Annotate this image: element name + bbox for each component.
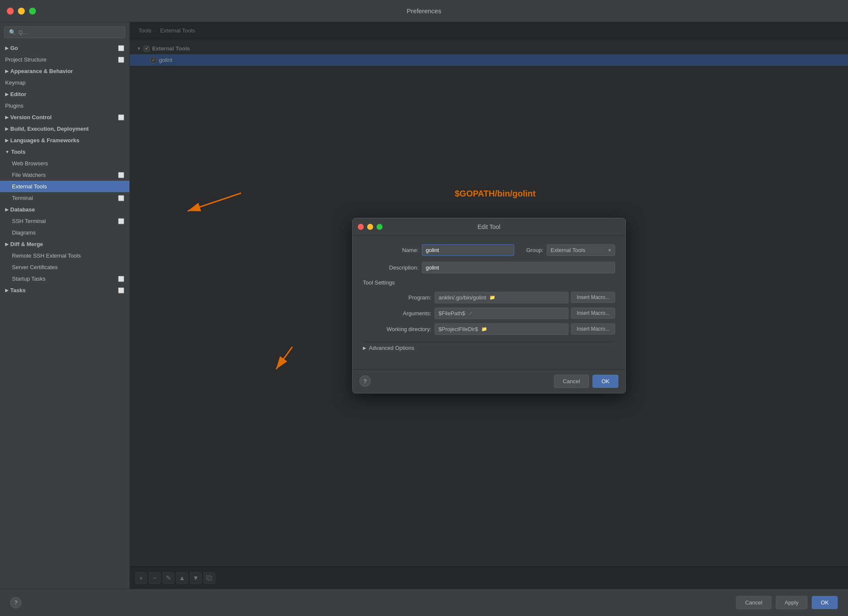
advanced-options-row[interactable]: ▶ Advanced Options — [363, 342, 615, 354]
copy-icon: ⬜ — [118, 276, 124, 282]
sidebar-item-plugins[interactable]: Plugins — [0, 100, 130, 111]
sidebar-item-database[interactable]: ▶ Database — [0, 204, 130, 215]
window-title: Preferences — [407, 7, 442, 15]
sidebar-item-label: Diff & Merge — [10, 241, 43, 247]
sidebar-item-label: Terminal — [12, 195, 33, 201]
modal-ok-button[interactable]: OK — [592, 375, 618, 388]
footer: ? Cancel Apply OK — [0, 589, 848, 616]
modal-footer: ? Cancel OK — [353, 369, 625, 393]
sidebar-item-label: Tasks — [10, 287, 26, 293]
sidebar: 🔍 ▶ Go ⬜ Project Structure ⬜ ▶ Appearanc… — [0, 22, 130, 589]
arguments-input-wrap: $FilePath$ ⤢ Insert Macro... — [435, 308, 615, 319]
working-dir-value: $ProjectFileDir$ — [439, 326, 478, 332]
chevron-right-icon: ▶ — [5, 46, 9, 50]
copy-icon: ⬜ — [118, 195, 124, 201]
edit-tool-modal: Edit Tool Name: Group: External Tools ▾ — [352, 218, 626, 393]
sidebar-item-label: Languages & Frameworks — [10, 137, 80, 144]
sidebar-item-editor[interactable]: ▶ Editor — [0, 88, 130, 100]
chevron-right-icon: ▶ — [5, 288, 9, 293]
help-button[interactable]: ? — [10, 597, 21, 608]
sidebar-item-label: Startup Tasks — [12, 276, 46, 282]
sidebar-item-external-tools[interactable]: External Tools — [0, 181, 130, 192]
arguments-macro-button[interactable]: Insert Macro... — [571, 308, 615, 319]
modal-body: Name: Group: External Tools ▾ Descriptio… — [353, 236, 625, 369]
sidebar-item-startup-tasks[interactable]: Startup Tasks ⬜ — [0, 273, 130, 285]
modal-maximize-button[interactable] — [377, 224, 383, 230]
cancel-button[interactable]: Cancel — [736, 596, 771, 609]
program-input-wrap: anklin/.go/bin/golint 📁 Insert Macro... — [435, 292, 615, 303]
name-label: Name: — [363, 247, 418, 253]
chevron-right-icon: ▶ — [5, 207, 9, 212]
modal-help-button[interactable]: ? — [359, 375, 371, 387]
sidebar-item-diagrams[interactable]: Diagrams — [0, 227, 130, 238]
sidebar-item-diff-merge[interactable]: ▶ Diff & Merge — [0, 238, 130, 250]
search-input[interactable] — [18, 29, 121, 35]
sidebar-item-ssh-terminal[interactable]: SSH Terminal ⬜ — [0, 215, 130, 227]
sidebar-item-go[interactable]: ▶ Go ⬜ — [0, 42, 130, 54]
search-box[interactable]: 🔍 — [4, 26, 125, 38]
modal-cancel-button[interactable]: Cancel — [554, 375, 589, 388]
sidebar-item-label: Database — [10, 206, 35, 213]
sidebar-item-label: Web Browsers — [12, 160, 48, 167]
sidebar-item-project-structure[interactable]: Project Structure ⬜ — [0, 54, 130, 65]
modal-title: Edit Tool — [477, 223, 500, 230]
tool-settings-title: Tool Settings — [363, 279, 615, 286]
sidebar-item-version-control[interactable]: ▶ Version Control ⬜ — [0, 111, 130, 123]
name-group-row: Name: Group: External Tools ▾ — [363, 244, 615, 256]
modal-close-button[interactable] — [358, 224, 364, 230]
sidebar-item-build-execution[interactable]: ▶ Build, Execution, Deployment — [0, 123, 130, 135]
modal-minimize-button[interactable] — [367, 224, 373, 230]
maximize-button[interactable] — [29, 8, 36, 15]
program-row: Program: anklin/.go/bin/golint 📁 Insert … — [363, 292, 615, 303]
arguments-value: $FilePath$ — [439, 310, 465, 317]
traffic-lights — [7, 8, 36, 15]
working-dir-input-wrap: $ProjectFileDir$ 📁 Insert Macro... — [435, 323, 615, 335]
program-macro-button[interactable]: Insert Macro... — [571, 292, 615, 303]
program-value: anklin/.go/bin/golint — [439, 294, 486, 301]
chevron-right-icon: ▶ — [5, 126, 9, 131]
sidebar-item-label: Appearance & Behavior — [10, 68, 73, 74]
copy-icon: ⬜ — [118, 57, 124, 63]
expand-icon: ⤢ — [468, 311, 472, 316]
sidebar-item-label: Go — [10, 45, 18, 51]
name-input[interactable] — [422, 244, 514, 256]
close-button[interactable] — [7, 8, 14, 15]
sidebar-item-label: Remote SSH External Tools — [12, 252, 81, 259]
sidebar-item-label: Editor — [10, 91, 26, 97]
sidebar-item-label: Plugins — [5, 103, 24, 109]
sidebar-item-web-browsers[interactable]: Web Browsers — [0, 158, 130, 169]
content-area: Tools › External Tools ▼ External Tools … — [130, 22, 848, 589]
modal-footer-right: Cancel OK — [554, 375, 618, 388]
ok-button[interactable]: OK — [812, 596, 838, 609]
tool-settings-section: Tool Settings Program: anklin/.go/bin/go… — [363, 279, 615, 335]
chevron-right-icon: ▶ — [5, 69, 9, 73]
chevron-down-icon: ▼ — [5, 150, 9, 154]
copy-icon: ⬜ — [118, 287, 124, 293]
apply-button[interactable]: Apply — [776, 596, 808, 609]
description-input[interactable] — [422, 262, 615, 273]
group-select[interactable]: External Tools ▾ — [547, 244, 615, 256]
chevron-right-icon: ▶ — [5, 115, 9, 120]
search-icon: 🔍 — [9, 29, 16, 35]
copy-icon: ⬜ — [118, 218, 124, 224]
sidebar-item-appearance-behavior[interactable]: ▶ Appearance & Behavior — [0, 65, 130, 77]
sidebar-item-keymap[interactable]: Keymap — [0, 77, 130, 88]
sidebar-item-server-certs[interactable]: Server Certificates — [0, 261, 130, 273]
working-dir-macro-button[interactable]: Insert Macro... — [571, 323, 615, 334]
modal-overlay: Edit Tool Name: Group: External Tools ▾ — [130, 22, 848, 589]
folder-icon: 📁 — [481, 326, 487, 332]
sidebar-item-file-watchers[interactable]: File Watchers ⬜ — [0, 169, 130, 181]
sidebar-item-tasks[interactable]: ▶ Tasks ⬜ — [0, 285, 130, 296]
advanced-options-label: Advanced Options — [369, 345, 414, 351]
sidebar-item-label: Server Certificates — [12, 264, 58, 270]
modal-footer-left: ? — [359, 375, 371, 387]
minimize-button[interactable] — [18, 8, 25, 15]
sidebar-item-remote-ssh[interactable]: Remote SSH External Tools — [0, 250, 130, 261]
description-row: Description: — [363, 262, 615, 273]
sidebar-item-languages-frameworks[interactable]: ▶ Languages & Frameworks — [0, 135, 130, 146]
sidebar-item-tools[interactable]: ▼ Tools — [0, 146, 130, 158]
arguments-input[interactable]: $FilePath$ ⤢ — [435, 308, 568, 319]
working-dir-input[interactable]: $ProjectFileDir$ 📁 — [435, 323, 568, 335]
program-input[interactable]: anklin/.go/bin/golint 📁 — [435, 292, 568, 303]
sidebar-item-terminal[interactable]: Terminal ⬜ — [0, 192, 130, 204]
